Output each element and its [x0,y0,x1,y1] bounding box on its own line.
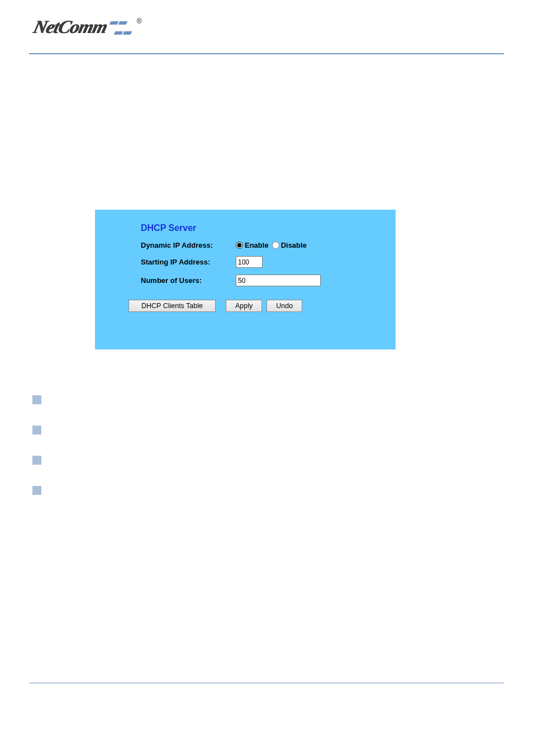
radio-enable-label[interactable]: Enable [236,241,269,249]
bullet-list [32,395,533,495]
apply-undo-group: Apply Undo [226,300,302,312]
label-dynamic-ip: Dynamic IP Address: [141,241,236,249]
label-starting-ip: Starting IP Address: [141,258,236,266]
brand-logo: NetComm ® [34,17,142,38]
footer-divider [29,683,504,683]
row-number-of-users: Number of Users: [141,275,380,286]
apply-button[interactable]: Apply [226,300,262,312]
bullet-square-icon [32,426,41,434]
radio-enable[interactable] [236,242,243,249]
undo-button[interactable]: Undo [266,300,302,312]
dhcp-clients-table-button[interactable]: DHCP Clients Table [129,300,216,312]
bullet-square-icon [32,456,41,465]
row-starting-ip: Starting IP Address: [141,256,380,268]
input-number-of-users[interactable] [236,275,321,286]
bullet-square-icon [32,486,41,495]
page-header: NetComm ® [0,0,533,53]
radio-enable-text: Enable [245,241,269,249]
input-starting-ip[interactable] [236,256,263,268]
radio-disable[interactable] [272,242,279,249]
label-number-of-users: Number of Users: [141,276,236,285]
registered-symbol: ® [136,17,142,25]
bullet-square-icon [32,395,41,404]
panel-button-row: DHCP Clients Table Apply Undo [129,300,380,312]
row-dynamic-ip: Dynamic IP Address: Enable Disable [141,241,380,249]
dynamic-ip-radio-group: Enable Disable [236,241,307,249]
radio-disable-text: Disable [281,241,307,249]
dhcp-server-panel: DHCP Server Dynamic IP Address: Enable D… [95,210,396,349]
brand-name: NetComm [31,17,109,37]
logo-graphic [110,18,132,38]
panel-title: DHCP Server [141,223,380,233]
radio-disable-label[interactable]: Disable [272,241,307,249]
header-divider [29,53,504,54]
